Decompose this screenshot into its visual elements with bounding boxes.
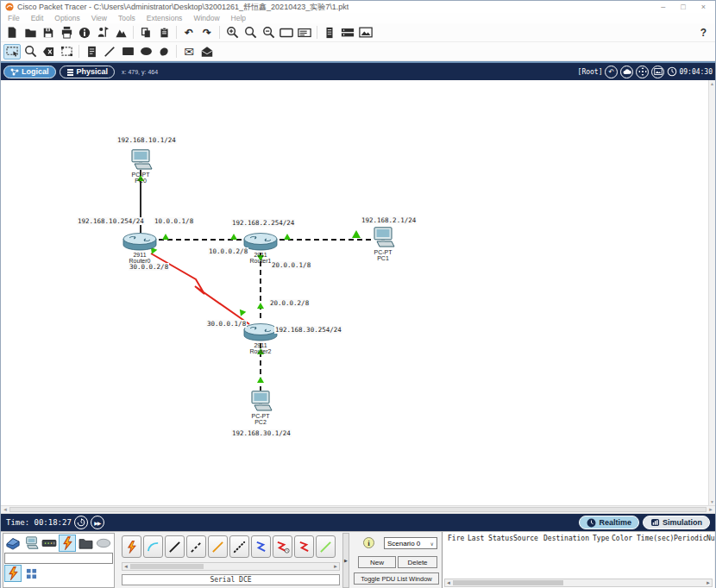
scroll-down-icon[interactable]: ▼ bbox=[710, 499, 714, 504]
device-router2[interactable] bbox=[242, 322, 279, 342]
tab-physical[interactable]: Physical bbox=[60, 66, 116, 78]
place-note-tool-icon[interactable] bbox=[83, 44, 100, 59]
menu-extensions[interactable]: Extensions bbox=[147, 14, 183, 22]
drawing-palette-icon[interactable] bbox=[278, 25, 295, 41]
scrollbar-thumb[interactable] bbox=[130, 564, 204, 569]
background-image-icon[interactable] bbox=[357, 25, 374, 41]
palette-scrollbar[interactable]: ◄► bbox=[122, 562, 340, 571]
open-file-icon[interactable] bbox=[22, 25, 39, 41]
coaxial-cable-icon[interactable] bbox=[251, 535, 271, 558]
scroll-left-icon[interactable]: ◄ bbox=[123, 564, 129, 569]
new-scenario-button[interactable]: New bbox=[358, 556, 396, 568]
console-cable-icon[interactable] bbox=[143, 535, 163, 558]
print-icon[interactable] bbox=[58, 25, 75, 41]
phone-cable-icon[interactable] bbox=[229, 535, 249, 558]
scrollbar-thumb[interactable] bbox=[9, 507, 707, 512]
scenario-dropdown[interactable]: Scenario 0 ∨ bbox=[384, 537, 437, 549]
toggle-pdu-list-button[interactable]: Toggle PDU List Window bbox=[354, 572, 439, 585]
inspect-tool-icon[interactable] bbox=[22, 44, 39, 59]
zoom-reset-icon[interactable] bbox=[242, 25, 259, 41]
copper-crossover-icon[interactable] bbox=[186, 535, 206, 558]
multiuser-icon[interactable] bbox=[112, 25, 129, 41]
menu-tools[interactable]: Tools bbox=[118, 14, 135, 22]
fast-forward-time-button[interactable]: ▶▶ bbox=[91, 516, 104, 529]
tab-logical[interactable]: Logical bbox=[3, 66, 56, 78]
menu-options[interactable]: Options bbox=[54, 14, 79, 22]
activity-wizard-icon[interactable] bbox=[94, 25, 111, 41]
category-connections-icon[interactable] bbox=[59, 535, 76, 552]
menu-window[interactable]: Window bbox=[193, 14, 219, 22]
scroll-right-icon[interactable]: ► bbox=[706, 580, 711, 585]
maximize-button[interactable]: □ bbox=[681, 3, 685, 11]
paste-icon[interactable] bbox=[155, 25, 173, 41]
tab-realtime[interactable]: Realtime bbox=[579, 516, 639, 529]
resize-shape-tool-icon[interactable] bbox=[58, 44, 75, 59]
scroll-right-icon[interactable]: ► bbox=[333, 564, 338, 569]
scroll-left-icon[interactable]: ◄ bbox=[3, 507, 8, 512]
power-cycle-devices-button[interactable] bbox=[74, 516, 88, 529]
undo-icon[interactable]: ↶ bbox=[180, 25, 198, 41]
palette-expander[interactable]: ▶ bbox=[342, 533, 349, 588]
subcategory-components-icon[interactable] bbox=[22, 565, 40, 582]
canvas-horizontal-scrollbar[interactable]: ◄► bbox=[1, 505, 715, 514]
delete-scenario-button[interactable]: Delete bbox=[398, 556, 437, 568]
scroll-right-icon[interactable]: ► bbox=[708, 507, 713, 512]
copper-straight-icon[interactable] bbox=[165, 535, 185, 558]
help-icon[interactable]: ? bbox=[700, 27, 707, 39]
zoom-out-icon[interactable] bbox=[260, 25, 277, 41]
move-object-button[interactable] bbox=[620, 66, 633, 78]
category-switches-icon[interactable] bbox=[41, 535, 58, 552]
info-icon[interactable] bbox=[76, 25, 93, 41]
redo-icon[interactable]: ↷ bbox=[198, 25, 216, 41]
serial-dte-icon[interactable] bbox=[294, 535, 314, 558]
device-manager-icon[interactable] bbox=[339, 25, 356, 41]
viewport-button[interactable] bbox=[651, 66, 664, 78]
menu-view[interactable]: View bbox=[91, 14, 107, 22]
scenario-info-icon[interactable]: i bbox=[363, 537, 374, 548]
delete-tool-icon[interactable] bbox=[40, 44, 57, 59]
category-end-devices-icon[interactable] bbox=[22, 535, 40, 552]
root-cluster-label[interactable]: [Root] bbox=[578, 68, 603, 76]
scrollbar-thumb[interactable] bbox=[453, 580, 563, 585]
tab-simulation[interactable]: Simulation bbox=[643, 516, 710, 529]
device-pc2[interactable] bbox=[248, 391, 273, 413]
network-notes-icon[interactable] bbox=[321, 25, 338, 41]
device-router0[interactable] bbox=[122, 231, 158, 252]
pdu-table-scrollbar[interactable]: ◄► bbox=[444, 579, 713, 587]
menu-help[interactable]: Help bbox=[231, 14, 246, 22]
draw-freeform-tool-icon[interactable] bbox=[155, 44, 173, 59]
canvas-vertical-scrollbar[interactable]: ▲▼ bbox=[708, 80, 715, 505]
zoom-in-icon[interactable] bbox=[223, 25, 241, 41]
scroll-up-icon[interactable]: ▲ bbox=[710, 81, 714, 86]
select-tool-icon[interactable] bbox=[3, 44, 21, 59]
menu-edit[interactable]: Edit bbox=[31, 14, 44, 22]
set-tiled-background-button[interactable] bbox=[636, 66, 649, 78]
environment-clock[interactable]: 09:04:30 bbox=[667, 66, 713, 77]
draw-rectangle-tool-icon[interactable] bbox=[119, 44, 136, 59]
subcategory-connections-icon[interactable] bbox=[4, 565, 22, 582]
device-type-search-input[interactable] bbox=[4, 553, 113, 564]
scroll-left-icon[interactable]: ◄ bbox=[446, 580, 451, 585]
octal-cable-icon[interactable] bbox=[316, 535, 336, 558]
draw-line-tool-icon[interactable] bbox=[101, 44, 118, 59]
category-emulation-icon[interactable] bbox=[77, 535, 94, 552]
custom-devices-dialog-icon[interactable] bbox=[296, 25, 313, 41]
serial-dce-icon[interactable] bbox=[273, 535, 292, 558]
new-file-icon[interactable] bbox=[3, 25, 21, 41]
menu-file[interactable]: File bbox=[8, 14, 20, 22]
category-routers-icon[interactable] bbox=[4, 535, 22, 552]
save-icon[interactable] bbox=[40, 25, 57, 41]
auto-connect-icon[interactable] bbox=[122, 535, 141, 558]
category-wan-cloud-icon[interactable] bbox=[95, 535, 112, 552]
workspace-canvas[interactable]: PC-PTPC0 192.168.10.1/24 2911Router0 192… bbox=[1, 80, 715, 505]
copy-icon[interactable] bbox=[137, 25, 154, 41]
back-navigation-button[interactable]: ↶ bbox=[605, 66, 618, 78]
device-pc1[interactable] bbox=[370, 227, 396, 249]
draw-ellipse-tool-icon[interactable] bbox=[137, 44, 154, 59]
add-complex-pdu-icon[interactable] bbox=[198, 44, 216, 59]
minimize-button[interactable]: – bbox=[661, 3, 665, 11]
fiber-cable-icon[interactable] bbox=[208, 535, 228, 558]
device-pc0[interactable] bbox=[128, 149, 154, 172]
add-simple-pdu-icon[interactable]: ✉ bbox=[180, 44, 198, 59]
close-button[interactable]: × bbox=[701, 3, 706, 11]
